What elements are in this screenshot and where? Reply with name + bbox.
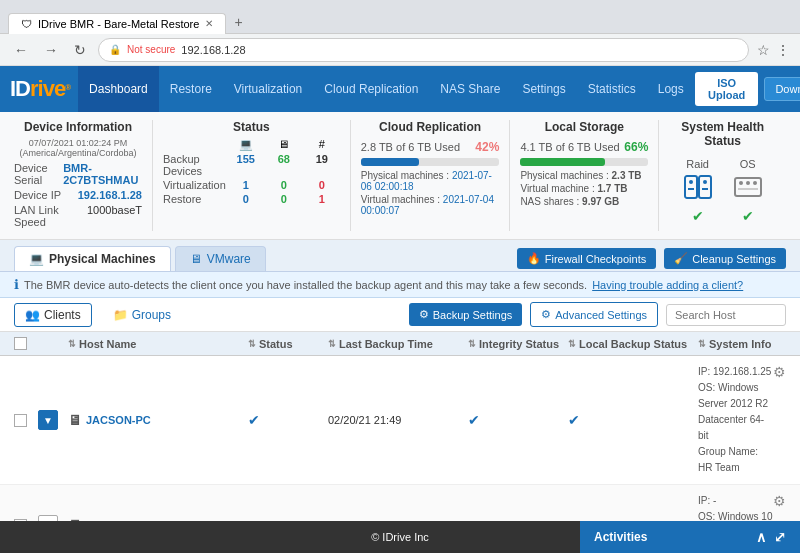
cloud-physical-label: Physical machines : bbox=[361, 170, 449, 181]
firewall-checkpoints-button[interactable]: 🔥 Firewall Checkpoints bbox=[517, 248, 656, 269]
row1-settings-icon[interactable]: ⚙ bbox=[773, 364, 786, 380]
th-integrity[interactable]: ⇅ Integrity Status bbox=[468, 337, 568, 350]
pc-icon: 🖥 bbox=[68, 412, 82, 428]
device-ip-value[interactable]: 192.168.1.28 bbox=[78, 189, 142, 201]
nav-item-nas-share[interactable]: NAS Share bbox=[429, 66, 511, 112]
th-host-name[interactable]: ⇅ Host Name bbox=[68, 337, 248, 350]
cloud-bar-wrap bbox=[361, 158, 500, 166]
notice-bar: ℹ The BMR device auto-detects the client… bbox=[0, 272, 800, 298]
activities-bar[interactable]: Activities ∧ ⤢ bbox=[580, 521, 800, 553]
th-local-backup[interactable]: ⇅ Local Backup Status bbox=[568, 337, 698, 350]
trouble-link[interactable]: Having trouble adding a client? bbox=[592, 279, 743, 291]
cloud-bar bbox=[361, 158, 419, 166]
row1-status-check: ✔ bbox=[248, 412, 260, 428]
system-health-title: System Health Status bbox=[669, 120, 776, 148]
iso-upload-button[interactable]: ISO Upload bbox=[695, 72, 759, 106]
svg-point-3 bbox=[703, 180, 707, 184]
row2-settings-icon[interactable]: ⚙ bbox=[773, 493, 786, 509]
nav-item-logs[interactable]: Logs bbox=[647, 66, 695, 112]
row1-dropdown-trigger[interactable]: ▼ bbox=[38, 410, 68, 430]
row1-integrity: ✔ bbox=[468, 412, 568, 428]
sub-tab-groups[interactable]: 📁 Groups bbox=[102, 303, 182, 327]
clients-icon: 👥 bbox=[25, 308, 40, 322]
tab-physical-machines[interactable]: 💻 Physical Machines bbox=[14, 246, 171, 271]
os-health: OS ✔ bbox=[733, 158, 763, 224]
address-bar[interactable]: 🔒 Not secure 192.168.1.28 bbox=[98, 38, 749, 62]
svg-point-2 bbox=[689, 180, 693, 184]
browser-tabs: 🛡 IDrive BMR - Bare-Metal Restore ✕ + bbox=[8, 0, 251, 34]
system-health-section: System Health Status Raid bbox=[659, 120, 786, 231]
row1-local-backup: ✔ bbox=[568, 412, 698, 428]
tab-bar: 💻 Physical Machines 🖥 VMware 🔥 Firewall … bbox=[0, 240, 800, 272]
row1-host-name[interactable]: 🖥 JACSON-PC bbox=[68, 412, 248, 428]
header-checkbox[interactable] bbox=[14, 337, 27, 350]
status-virt-label: Virtualization bbox=[163, 179, 226, 191]
cleanup-settings-button[interactable]: 🧹 Cleanup Settings bbox=[664, 248, 786, 269]
menu-icon[interactable]: ⋮ bbox=[776, 42, 790, 58]
th-system-info-label: System Info bbox=[709, 338, 771, 350]
th-system-info[interactable]: ⇅ System Info bbox=[698, 337, 786, 350]
device-serial-row: Device Serial BMR-2C7BTSHMAU bbox=[14, 162, 142, 186]
star-icon[interactable]: ☆ bbox=[757, 42, 770, 58]
nav-item-cloud-replication[interactable]: Cloud Replication bbox=[313, 66, 429, 112]
reload-button[interactable]: ↻ bbox=[70, 40, 90, 60]
lan-speed-value: 1000baseT bbox=[87, 204, 142, 228]
chevron-up-icon[interactable]: ∧ bbox=[756, 529, 766, 545]
row2-ip: IP: - bbox=[698, 493, 773, 509]
row1-dropdown-btn[interactable]: ▼ bbox=[38, 410, 58, 430]
tab-close-icon[interactable]: ✕ bbox=[205, 18, 213, 29]
nav-item-dashboard[interactable]: Dashboard bbox=[78, 66, 159, 112]
lock-icon: 🔒 bbox=[109, 44, 121, 55]
expand-icon[interactable]: ⤢ bbox=[774, 529, 786, 545]
sub-tab-clients[interactable]: 👥 Clients bbox=[14, 303, 92, 327]
th-status-label: Status bbox=[259, 338, 293, 350]
th-last-backup[interactable]: ⇅ Last Backup Time bbox=[328, 337, 468, 350]
svg-rect-10 bbox=[738, 188, 758, 190]
advanced-settings-button[interactable]: ⚙ Advanced Settings bbox=[530, 302, 658, 327]
row1-local-backup-check: ✔ bbox=[568, 412, 580, 428]
cloud-rep-title: Cloud Replication bbox=[361, 120, 500, 134]
row1-checkbox[interactable] bbox=[14, 414, 27, 427]
nav-item-statistics[interactable]: Statistics bbox=[577, 66, 647, 112]
status-header-3: # bbox=[304, 138, 340, 151]
firewall-btn-label: Firewall Checkpoints bbox=[545, 253, 646, 265]
tab-title: IDrive BMR - Bare-Metal Restore bbox=[38, 18, 199, 30]
status-col-label bbox=[163, 138, 226, 151]
os-label: OS bbox=[733, 158, 763, 170]
downloads-button[interactable]: Downloads bbox=[764, 77, 800, 101]
row1-os: OS: Windows Server 2012 R2 Datacenter 64… bbox=[698, 380, 773, 444]
status-virt-v1: 1 bbox=[228, 179, 264, 191]
device-serial-value[interactable]: BMR-2C7BTSHMAU bbox=[63, 162, 142, 186]
row1-checkbox-cell bbox=[14, 414, 38, 427]
backup-settings-label: Backup Settings bbox=[433, 309, 513, 321]
svg-point-9 bbox=[753, 181, 757, 185]
activities-label: Activities bbox=[594, 530, 647, 544]
vmware-icon: 🖥 bbox=[190, 252, 202, 266]
sub-tab-clients-label: Clients bbox=[44, 308, 81, 322]
footer-copyright: © IDrive Inc bbox=[371, 531, 429, 543]
svg-rect-0 bbox=[685, 176, 697, 198]
browser-tab[interactable]: 🛡 IDrive BMR - Bare-Metal Restore ✕ bbox=[8, 13, 226, 34]
os-svg bbox=[733, 174, 763, 202]
forward-button[interactable]: → bbox=[40, 40, 62, 60]
cloud-used-text: 2.8 TB of 6 TB Used bbox=[361, 141, 460, 153]
status-restore-label: Restore bbox=[163, 193, 226, 205]
nav-item-virtualization[interactable]: Virtualization bbox=[223, 66, 313, 112]
device-info-subtitle: 07/07/2021 01:02:24 PM (America/Argentin… bbox=[14, 138, 142, 158]
nav-item-settings[interactable]: Settings bbox=[511, 66, 576, 112]
row1-group: Group Name: HR Team bbox=[698, 444, 773, 476]
back-button[interactable]: ← bbox=[10, 40, 32, 60]
th-checkbox bbox=[14, 337, 38, 350]
new-tab-button[interactable]: + bbox=[226, 10, 250, 34]
nav-item-restore[interactable]: Restore bbox=[159, 66, 223, 112]
th-status[interactable]: ⇅ Status bbox=[248, 337, 328, 350]
status-header-1: 💻 bbox=[228, 138, 264, 151]
table-row: ▼ 🖥 JACSON-PC ✔ 02/20/21 21:49 ✔ ✔ IP: 1… bbox=[0, 356, 800, 485]
search-host-input[interactable] bbox=[666, 304, 786, 326]
svg-rect-5 bbox=[702, 188, 708, 190]
address-text: 192.168.1.28 bbox=[181, 44, 245, 56]
tab-vmware[interactable]: 🖥 VMware bbox=[175, 246, 266, 271]
cleanup-icon: 🧹 bbox=[674, 252, 688, 265]
th-dropdown bbox=[38, 337, 68, 350]
backup-settings-button[interactable]: ⚙ Backup Settings bbox=[409, 303, 523, 326]
